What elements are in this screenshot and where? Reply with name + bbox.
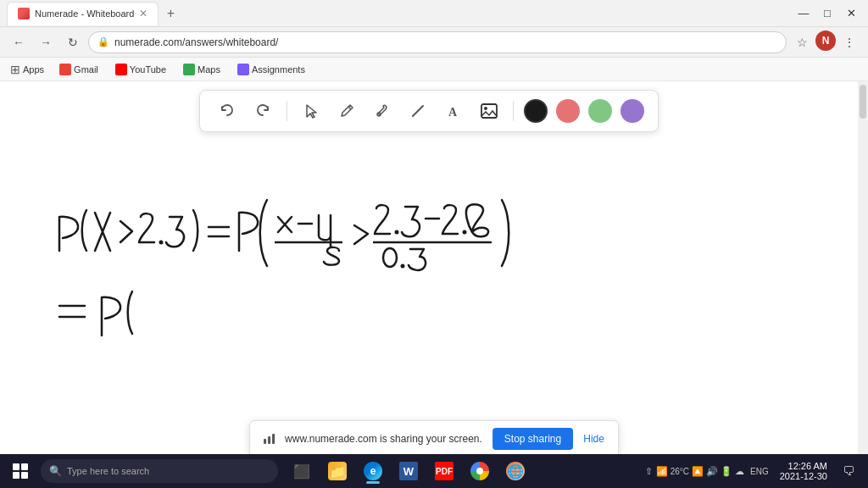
bookmark-assignments[interactable]: Assignments bbox=[232, 62, 310, 77]
text-tool-button[interactable]: A bbox=[440, 97, 467, 125]
bookmark-gmail[interactable]: Gmail bbox=[54, 62, 103, 77]
windows-taskbar: 🔍 Type here to search ⬛ 📁 e W PDF bbox=[0, 454, 868, 488]
pen-tool-button[interactable] bbox=[333, 97, 360, 125]
explorer-icon: 📁 bbox=[328, 462, 347, 480]
nav-actions: ☆ N ⋮ bbox=[790, 30, 861, 54]
task-view-icon: ⬛ bbox=[292, 462, 311, 480]
language-indicator: ENG bbox=[748, 467, 771, 476]
line-tool-button[interactable] bbox=[404, 97, 431, 125]
taskbar-search-icon: 🔍 bbox=[49, 465, 62, 477]
scrollbar-thumb[interactable] bbox=[860, 85, 866, 119]
color-purple-button[interactable] bbox=[620, 99, 644, 123]
redo-button[interactable] bbox=[249, 97, 276, 125]
maps-label: Maps bbox=[198, 64, 220, 75]
svg-line-1 bbox=[413, 106, 423, 116]
apps-grid-icon: ⊞ bbox=[10, 63, 20, 76]
youtube-icon bbox=[115, 64, 127, 75]
title-bar: Numerade - Whiteboard ✕ + — □ ✕ bbox=[0, 0, 868, 27]
word-icon: W bbox=[399, 462, 418, 480]
maps-icon bbox=[183, 64, 195, 75]
svg-point-7 bbox=[395, 230, 399, 235]
file-explorer-button[interactable]: 📁 bbox=[320, 456, 354, 486]
more-button[interactable]: ⋮ bbox=[837, 30, 861, 54]
close-button[interactable]: ✕ bbox=[841, 6, 861, 21]
stop-sharing-button[interactable]: Stop sharing bbox=[492, 428, 573, 450]
taskbar-search-bar[interactable]: 🔍 Type here to search bbox=[41, 459, 278, 483]
browser-frame: Numerade - Whiteboard ✕ + — □ ✕ ← → ↻ 🔒 … bbox=[0, 0, 868, 488]
back-button[interactable]: ← bbox=[7, 30, 31, 54]
notifications-button[interactable]: 🗨 bbox=[836, 456, 861, 486]
sharing-banner: www.numerade.com is sharing your screen.… bbox=[249, 420, 619, 458]
clock-time: 12:26 AM bbox=[788, 461, 827, 471]
profile-button[interactable]: N bbox=[815, 30, 836, 51]
whiteboard-toolbar: A bbox=[199, 90, 659, 132]
math-svg bbox=[51, 149, 644, 420]
bar-2 bbox=[268, 436, 270, 444]
assignments-label: Assignments bbox=[252, 64, 305, 75]
color-red-button[interactable] bbox=[556, 99, 580, 123]
svg-point-4 bbox=[484, 107, 487, 110]
image-tool-button[interactable] bbox=[476, 97, 503, 125]
bar-3 bbox=[272, 434, 275, 444]
color-green-button[interactable] bbox=[588, 99, 612, 123]
tray-battery-icon: 🔋 bbox=[721, 466, 732, 477]
taskbar-search-placeholder: Type here to search bbox=[67, 466, 149, 476]
color-black-button[interactable] bbox=[524, 99, 548, 123]
tools-button[interactable] bbox=[369, 97, 396, 125]
assignments-icon bbox=[237, 64, 249, 75]
start-button[interactable] bbox=[3, 456, 37, 486]
sharing-indicator-icon bbox=[264, 434, 275, 444]
tray-wifi-icon: 🔼 bbox=[692, 466, 704, 477]
tab-favicon bbox=[18, 8, 30, 19]
edge-browser-button[interactable]: e bbox=[356, 456, 390, 486]
edge-icon: e bbox=[364, 462, 382, 480]
tray-network-icon: 📶 bbox=[656, 466, 668, 477]
lock-icon: 🔒 bbox=[97, 36, 109, 47]
chrome-icon bbox=[470, 462, 489, 480]
pdf-button[interactable]: PDF bbox=[427, 456, 461, 486]
sharing-message: www.numerade.com is sharing your screen. bbox=[285, 433, 482, 445]
clock-date: 2021-12-30 bbox=[780, 471, 827, 481]
minimize-button[interactable]: — bbox=[793, 6, 814, 21]
tray-icons: 📶 26°C 🔼 🔊 🔋 ☁ bbox=[656, 466, 744, 477]
gmail-icon bbox=[59, 64, 71, 75]
window-controls: — □ ✕ bbox=[793, 6, 861, 21]
bar-1 bbox=[264, 439, 266, 444]
toolbar-separator-1 bbox=[287, 101, 287, 121]
bookmark-youtube[interactable]: YouTube bbox=[110, 62, 171, 77]
math-content bbox=[51, 149, 644, 424]
svg-point-8 bbox=[463, 230, 467, 235]
task-view-button[interactable]: ⬛ bbox=[285, 456, 319, 486]
tray-cloud-icon: ☁ bbox=[735, 466, 744, 477]
toolbar-separator-2 bbox=[513, 101, 514, 121]
hide-button[interactable]: Hide bbox=[583, 433, 604, 445]
clock-display[interactable]: 12:26 AM 2021-12-30 bbox=[775, 461, 832, 481]
forward-button[interactable]: → bbox=[34, 30, 58, 54]
tray-show-hidden-button[interactable]: ⇧ bbox=[645, 466, 653, 477]
svg-point-11 bbox=[401, 264, 405, 269]
bookmarks-bar: ⊞ Apps Gmail YouTube Maps Assignments bbox=[0, 58, 868, 81]
chrome-button[interactable] bbox=[463, 456, 497, 486]
vertical-scrollbar[interactable] bbox=[858, 81, 868, 488]
active-tab[interactable]: Numerade - Whiteboard ✕ bbox=[7, 2, 159, 25]
maximize-button[interactable]: □ bbox=[817, 6, 837, 21]
address-bar[interactable]: 🔒 numerade.com/answers/whiteboard/ bbox=[88, 31, 787, 53]
apps-button[interactable]: ⊞ Apps bbox=[7, 61, 47, 78]
apps-label: Apps bbox=[23, 64, 44, 75]
new-tab-button[interactable]: + bbox=[159, 2, 182, 25]
select-tool-button[interactable] bbox=[298, 97, 325, 125]
tab-title: Numerade - Whiteboard bbox=[35, 8, 134, 19]
tray-temp-icon: 26°C bbox=[670, 467, 689, 476]
refresh-button[interactable]: ↻ bbox=[61, 30, 85, 54]
svg-point-5 bbox=[159, 241, 164, 245]
globe-button[interactable]: 🌐 bbox=[498, 456, 532, 486]
favorites-button[interactable]: ☆ bbox=[790, 30, 814, 54]
gmail-label: Gmail bbox=[74, 64, 98, 75]
pdf-icon: PDF bbox=[435, 462, 453, 480]
bookmark-maps[interactable]: Maps bbox=[178, 62, 225, 77]
tab-close-button[interactable]: ✕ bbox=[139, 8, 147, 19]
svg-text:A: A bbox=[448, 106, 458, 119]
word-button[interactable]: W bbox=[392, 456, 426, 486]
undo-button[interactable] bbox=[214, 97, 241, 125]
content-area: A bbox=[0, 81, 868, 488]
